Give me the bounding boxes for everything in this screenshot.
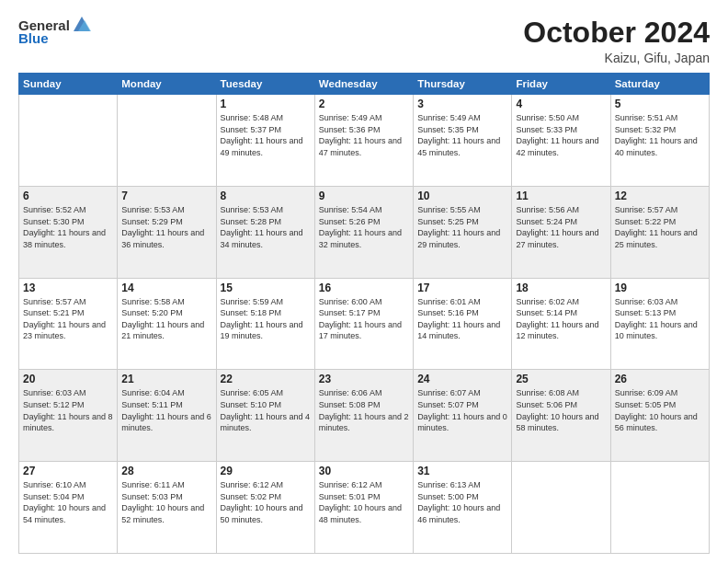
day-number: 26 — [615, 373, 705, 385]
title-block: October 2024 Kaizu, Gifu, Japan — [523, 17, 710, 65]
day-number: 3 — [417, 98, 507, 110]
day-info: Sunrise: 5:53 AM Sunset: 5:29 PM Dayligh… — [121, 204, 211, 250]
day-number: 28 — [121, 465, 211, 477]
calendar-day-cell: 14Sunrise: 5:58 AM Sunset: 5:20 PM Dayli… — [118, 278, 216, 370]
weekday-header-cell: Sunday — [19, 74, 118, 95]
logo-blue-text: Blue — [18, 31, 49, 47]
day-info: Sunrise: 6:12 AM Sunset: 5:02 PM Dayligh… — [221, 479, 311, 525]
day-info: Sunrise: 6:10 AM Sunset: 5:04 PM Dayligh… — [23, 479, 113, 525]
calendar-day-cell: 15Sunrise: 5:59 AM Sunset: 5:18 PM Dayli… — [216, 278, 314, 370]
calendar-day-cell: 22Sunrise: 6:05 AM Sunset: 5:10 PM Dayli… — [216, 370, 314, 462]
calendar-day-cell: 5Sunrise: 5:51 AM Sunset: 5:32 PM Daylig… — [610, 95, 709, 187]
calendar-day-cell: 18Sunrise: 6:02 AM Sunset: 5:14 PM Dayli… — [512, 278, 610, 370]
day-number: 31 — [417, 465, 507, 477]
day-info: Sunrise: 6:06 AM Sunset: 5:08 PM Dayligh… — [319, 387, 409, 433]
calendar-day-cell: 13Sunrise: 5:57 AM Sunset: 5:21 PM Dayli… — [19, 278, 118, 370]
calendar-day-cell: 2Sunrise: 5:49 AM Sunset: 5:36 PM Daylig… — [314, 95, 413, 187]
weekday-header-cell: Tuesday — [216, 74, 314, 95]
day-number: 17 — [417, 282, 507, 294]
day-info: Sunrise: 5:59 AM Sunset: 5:18 PM Dayligh… — [221, 296, 311, 342]
day-number: 7 — [121, 190, 211, 202]
day-info: Sunrise: 5:57 AM Sunset: 5:22 PM Dayligh… — [615, 204, 705, 250]
day-number: 6 — [23, 190, 113, 202]
calendar-day-cell: 8Sunrise: 5:53 AM Sunset: 5:28 PM Daylig… — [216, 186, 314, 278]
calendar-day-cell: 21Sunrise: 6:04 AM Sunset: 5:11 PM Dayli… — [118, 370, 216, 462]
day-number: 11 — [516, 190, 606, 202]
day-number: 4 — [516, 98, 606, 110]
calendar-day-cell: 24Sunrise: 6:07 AM Sunset: 5:07 PM Dayli… — [414, 370, 512, 462]
calendar-week-row: 1Sunrise: 5:48 AM Sunset: 5:37 PM Daylig… — [19, 95, 710, 187]
day-info: Sunrise: 5:56 AM Sunset: 5:24 PM Dayligh… — [516, 204, 606, 250]
day-number: 18 — [516, 282, 606, 294]
day-number: 15 — [221, 282, 311, 294]
calendar-day-cell: 10Sunrise: 5:55 AM Sunset: 5:25 PM Dayli… — [414, 186, 512, 278]
calendar-body: 1Sunrise: 5:48 AM Sunset: 5:37 PM Daylig… — [19, 95, 710, 554]
calendar-week-row: 13Sunrise: 5:57 AM Sunset: 5:21 PM Dayli… — [19, 278, 710, 370]
calendar-day-cell: 12Sunrise: 5:57 AM Sunset: 5:22 PM Dayli… — [610, 186, 709, 278]
calendar-day-cell: 26Sunrise: 6:09 AM Sunset: 5:05 PM Dayli… — [610, 370, 709, 462]
day-info: Sunrise: 5:55 AM Sunset: 5:25 PM Dayligh… — [417, 204, 507, 250]
month-title: October 2024 — [523, 17, 710, 49]
weekday-header-cell: Saturday — [610, 74, 709, 95]
calendar-week-row: 6Sunrise: 5:52 AM Sunset: 5:30 PM Daylig… — [19, 186, 710, 278]
calendar-day-cell: 7Sunrise: 5:53 AM Sunset: 5:29 PM Daylig… — [118, 186, 216, 278]
calendar-week-row: 27Sunrise: 6:10 AM Sunset: 5:04 PM Dayli… — [19, 462, 710, 554]
day-info: Sunrise: 5:49 AM Sunset: 5:35 PM Dayligh… — [417, 112, 507, 158]
day-info: Sunrise: 5:51 AM Sunset: 5:32 PM Dayligh… — [615, 112, 705, 158]
day-info: Sunrise: 6:05 AM Sunset: 5:10 PM Dayligh… — [221, 387, 311, 433]
weekday-header-row: SundayMondayTuesdayWednesdayThursdayFrid… — [19, 74, 710, 95]
header: General Blue October 2024 Kaizu, Gifu, J… — [18, 17, 710, 65]
day-number: 10 — [417, 190, 507, 202]
day-number: 22 — [221, 373, 311, 385]
day-number: 8 — [221, 190, 311, 202]
calendar-day-cell: 27Sunrise: 6:10 AM Sunset: 5:04 PM Dayli… — [19, 462, 118, 554]
day-info: Sunrise: 6:04 AM Sunset: 5:11 PM Dayligh… — [121, 387, 211, 433]
day-number: 30 — [319, 465, 409, 477]
day-number: 23 — [319, 373, 409, 385]
day-info: Sunrise: 6:00 AM Sunset: 5:17 PM Dayligh… — [319, 296, 409, 342]
logo: General Blue — [18, 17, 92, 47]
day-number: 27 — [23, 465, 113, 477]
calendar-day-cell: 16Sunrise: 6:00 AM Sunset: 5:17 PM Dayli… — [314, 278, 413, 370]
calendar-day-cell: 1Sunrise: 5:48 AM Sunset: 5:37 PM Daylig… — [216, 95, 314, 187]
day-info: Sunrise: 5:54 AM Sunset: 5:26 PM Dayligh… — [319, 204, 409, 250]
day-number: 9 — [319, 190, 409, 202]
day-info: Sunrise: 5:53 AM Sunset: 5:28 PM Dayligh… — [221, 204, 311, 250]
day-info: Sunrise: 6:03 AM Sunset: 5:12 PM Dayligh… — [23, 387, 113, 433]
day-info: Sunrise: 5:52 AM Sunset: 5:30 PM Dayligh… — [23, 204, 113, 250]
day-number: 29 — [221, 465, 311, 477]
day-info: Sunrise: 6:11 AM Sunset: 5:03 PM Dayligh… — [121, 479, 211, 525]
calendar-day-cell: 17Sunrise: 6:01 AM Sunset: 5:16 PM Dayli… — [414, 278, 512, 370]
calendar-day-cell: 6Sunrise: 5:52 AM Sunset: 5:30 PM Daylig… — [19, 186, 118, 278]
calendar-day-cell — [512, 462, 610, 554]
weekday-header-cell: Monday — [118, 74, 216, 95]
day-info: Sunrise: 6:03 AM Sunset: 5:13 PM Dayligh… — [615, 296, 705, 342]
calendar-day-cell: 25Sunrise: 6:08 AM Sunset: 5:06 PM Dayli… — [512, 370, 610, 462]
day-number: 24 — [417, 373, 507, 385]
day-number: 21 — [121, 373, 211, 385]
day-number: 25 — [516, 373, 606, 385]
day-info: Sunrise: 6:01 AM Sunset: 5:16 PM Dayligh… — [417, 296, 507, 342]
day-info: Sunrise: 5:50 AM Sunset: 5:33 PM Dayligh… — [516, 112, 606, 158]
day-info: Sunrise: 6:02 AM Sunset: 5:14 PM Dayligh… — [516, 296, 606, 342]
calendar-day-cell: 23Sunrise: 6:06 AM Sunset: 5:08 PM Dayli… — [314, 370, 413, 462]
day-info: Sunrise: 6:07 AM Sunset: 5:07 PM Dayligh… — [417, 387, 507, 433]
calendar-day-cell — [118, 95, 216, 187]
day-number: 5 — [615, 98, 705, 110]
day-info: Sunrise: 6:13 AM Sunset: 5:00 PM Dayligh… — [417, 479, 507, 525]
calendar-day-cell: 11Sunrise: 5:56 AM Sunset: 5:24 PM Dayli… — [512, 186, 610, 278]
day-info: Sunrise: 5:48 AM Sunset: 5:37 PM Dayligh… — [221, 112, 311, 158]
day-number: 1 — [221, 98, 311, 110]
day-number: 20 — [23, 373, 113, 385]
day-info: Sunrise: 6:08 AM Sunset: 5:06 PM Dayligh… — [516, 387, 606, 433]
calendar-week-row: 20Sunrise: 6:03 AM Sunset: 5:12 PM Dayli… — [19, 370, 710, 462]
calendar-day-cell: 28Sunrise: 6:11 AM Sunset: 5:03 PM Dayli… — [118, 462, 216, 554]
day-info: Sunrise: 5:58 AM Sunset: 5:20 PM Dayligh… — [121, 296, 211, 342]
page: General Blue October 2024 Kaizu, Gifu, J… — [0, 0, 728, 563]
day-info: Sunrise: 6:12 AM Sunset: 5:01 PM Dayligh… — [319, 479, 409, 525]
calendar-table: SundayMondayTuesdayWednesdayThursdayFrid… — [18, 73, 710, 554]
weekday-header-cell: Thursday — [414, 74, 512, 95]
location: Kaizu, Gifu, Japan — [523, 51, 710, 65]
calendar-day-cell: 20Sunrise: 6:03 AM Sunset: 5:12 PM Dayli… — [19, 370, 118, 462]
day-info: Sunrise: 5:57 AM Sunset: 5:21 PM Dayligh… — [23, 296, 113, 342]
